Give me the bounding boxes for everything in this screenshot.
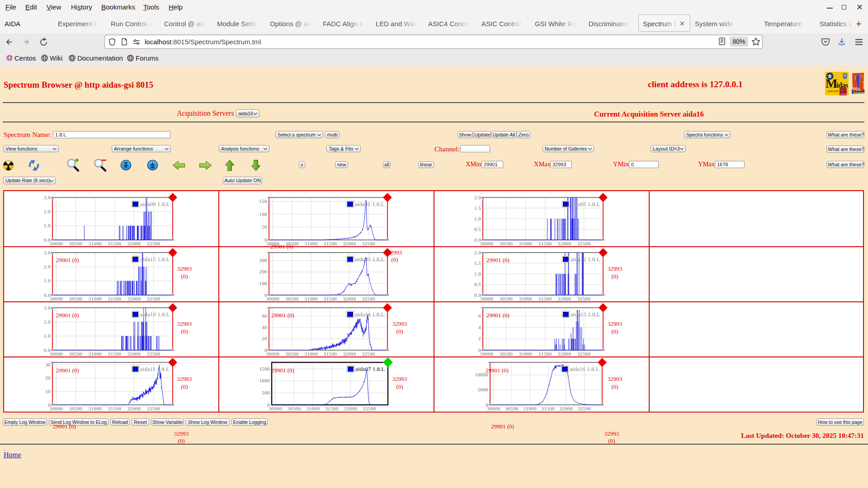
svg-text:32000: 32000 xyxy=(344,406,358,411)
svg-text:32500: 32500 xyxy=(362,296,375,301)
svg-text:2.0: 2.0 xyxy=(44,264,51,269)
svg-text:30500: 30500 xyxy=(285,351,299,357)
svg-text:31500: 31500 xyxy=(325,406,339,411)
svg-text:30000: 30000 xyxy=(269,406,282,411)
svg-text:aida05 1.8.L: aida05 1.8.L xyxy=(571,201,600,207)
svg-text:aida01 1.8.L: aida01 1.8.L xyxy=(355,201,384,207)
svg-text:31500: 31500 xyxy=(108,406,122,411)
svg-text:31000: 31000 xyxy=(304,296,318,301)
svg-text:32993: 32993 xyxy=(608,320,623,327)
svg-text:aida14 1.8.L: aida14 1.8.L xyxy=(355,311,384,318)
svg-text:31500: 31500 xyxy=(324,241,337,246)
svg-text:30500: 30500 xyxy=(69,296,83,301)
svg-text:29901 (0): 29901 (0) xyxy=(56,257,79,263)
svg-text:30500: 30500 xyxy=(288,406,301,411)
svg-text:150: 150 xyxy=(259,198,267,204)
svg-text:30000: 30000 xyxy=(50,296,63,301)
svg-text:1.0: 1.0 xyxy=(474,271,481,277)
svg-text:200: 200 xyxy=(259,269,267,274)
svg-text:31000: 31000 xyxy=(519,241,533,246)
svg-text:4: 4 xyxy=(478,324,481,330)
svg-text:32000: 32000 xyxy=(343,351,356,357)
svg-text:2.0: 2.0 xyxy=(44,319,51,324)
svg-text:1.5: 1.5 xyxy=(474,260,481,266)
svg-text:6: 6 xyxy=(478,313,481,319)
svg-text:30000: 30000 xyxy=(50,406,63,411)
svg-text:60: 60 xyxy=(262,313,267,319)
svg-text:32993: 32993 xyxy=(608,265,623,272)
svg-text:30500: 30500 xyxy=(285,241,299,246)
svg-text:32000: 32000 xyxy=(127,296,141,301)
svg-text:31500: 31500 xyxy=(538,241,552,246)
svg-text:32500: 32500 xyxy=(577,351,591,357)
svg-text:1000: 1000 xyxy=(259,378,270,383)
svg-text:aida12 1.8.L: aida12 1.8.L xyxy=(571,256,600,263)
svg-text:31000: 31000 xyxy=(89,406,102,411)
svg-text:30500: 30500 xyxy=(500,296,513,301)
svg-text:32500: 32500 xyxy=(147,296,160,301)
svg-text:32993: 32993 xyxy=(608,375,623,382)
svg-text:3.0: 3.0 xyxy=(44,195,51,200)
svg-text:32000: 32000 xyxy=(127,241,141,246)
svg-text:2.0: 2.0 xyxy=(474,250,481,255)
svg-text:32993: 32993 xyxy=(177,375,192,382)
svg-text:3.0: 3.0 xyxy=(44,250,51,255)
svg-text:0.5: 0.5 xyxy=(474,226,481,232)
svg-text:(0): (0) xyxy=(396,328,403,335)
svg-text:(0): (0) xyxy=(181,273,188,280)
svg-text:20: 20 xyxy=(45,375,51,380)
svg-text:32000: 32000 xyxy=(343,241,356,246)
svg-text:idas: idas xyxy=(836,81,848,89)
svg-text:1500: 1500 xyxy=(259,366,270,371)
svg-text:32000: 32000 xyxy=(343,296,356,301)
svg-text:32500: 32500 xyxy=(577,296,591,301)
svg-text:31000: 31000 xyxy=(523,406,537,411)
svg-text:POWERED: POWERED xyxy=(840,94,848,95)
svg-text:32000: 32000 xyxy=(558,296,571,301)
svg-text:5000: 5000 xyxy=(477,387,488,392)
svg-text:50: 50 xyxy=(262,224,267,230)
svg-text:32500: 32500 xyxy=(147,406,160,411)
svg-text:32993: 32993 xyxy=(177,320,192,327)
svg-text:1.0: 1.0 xyxy=(44,223,51,228)
svg-text:30000: 30000 xyxy=(266,241,280,246)
svg-text:20: 20 xyxy=(262,336,267,341)
svg-text:30000: 30000 xyxy=(50,241,63,246)
svg-text:0.5: 0.5 xyxy=(474,282,481,287)
svg-text:1.0: 1.0 xyxy=(474,216,481,221)
svg-text:29901 (0): 29901 (0) xyxy=(486,312,509,319)
svg-text:500: 500 xyxy=(262,390,270,395)
svg-text:2.0: 2.0 xyxy=(474,195,481,200)
svg-text:(0): (0) xyxy=(391,256,398,263)
svg-text:30000: 30000 xyxy=(266,296,280,301)
svg-text:2.0: 2.0 xyxy=(44,209,51,214)
svg-text:31000: 31000 xyxy=(304,351,318,357)
svg-text:32500: 32500 xyxy=(362,241,375,246)
svg-text:40: 40 xyxy=(262,324,267,330)
svg-text:31500: 31500 xyxy=(324,296,337,301)
svg-text:2: 2 xyxy=(478,336,481,341)
svg-text:1.5: 1.5 xyxy=(474,205,481,211)
svg-text:1.0: 1.0 xyxy=(44,278,51,283)
svg-text:aida10 1.8.L: aida10 1.8.L xyxy=(140,311,170,318)
svg-text:32000: 32000 xyxy=(558,241,571,246)
svg-text:32993: 32993 xyxy=(177,265,192,272)
svg-text:30000: 30000 xyxy=(487,406,500,411)
svg-text:(0): (0) xyxy=(611,273,618,280)
svg-text:30000: 30000 xyxy=(480,351,494,357)
svg-text:30500: 30500 xyxy=(500,351,513,357)
svg-text:31000: 31000 xyxy=(89,296,102,301)
svg-text:31500: 31500 xyxy=(108,296,122,301)
svg-text:32500: 32500 xyxy=(577,241,591,246)
svg-text:(0): (0) xyxy=(611,383,618,390)
svg-text:31000: 31000 xyxy=(89,351,102,357)
svg-text:30000: 30000 xyxy=(266,351,280,357)
svg-text:32993: 32993 xyxy=(392,375,407,382)
svg-text:31000: 31000 xyxy=(519,351,533,357)
svg-text:TCL: TCL xyxy=(853,87,861,91)
svg-text:100: 100 xyxy=(259,281,267,286)
svg-text:(0): (0) xyxy=(611,328,618,335)
svg-text:29901 (0): 29901 (0) xyxy=(56,367,79,374)
svg-text:aida09 1.8.L: aida09 1.8.L xyxy=(140,201,170,207)
svg-text:31500: 31500 xyxy=(324,351,337,357)
